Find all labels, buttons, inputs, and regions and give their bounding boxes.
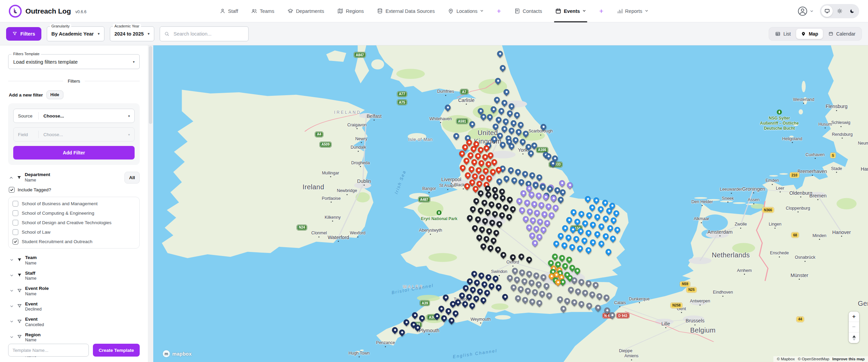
source-select[interactable]: Source Choose... ▾ bbox=[13, 109, 135, 123]
app-header: LL Outreach Log v0.6.6 StaffTeamsDepartm… bbox=[0, 0, 868, 22]
filter-staff[interactable]: StaffName bbox=[8, 269, 140, 283]
avatar-icon bbox=[797, 6, 808, 16]
select-all-button[interactable]: All bbox=[124, 172, 140, 184]
attribution-osm-link[interactable]: © OpenStreetMap bbox=[798, 357, 829, 361]
zoom-in-button[interactable]: + bbox=[849, 312, 859, 322]
add-filter-panel: Source Choose... ▾ Field Choose... ▾ Add… bbox=[8, 103, 140, 165]
header-right bbox=[747, 4, 859, 18]
nav-regions[interactable]: Regions bbox=[337, 0, 364, 22]
funnel-icon bbox=[17, 288, 22, 295]
map-pin-icon bbox=[801, 31, 806, 36]
user-menu[interactable] bbox=[797, 6, 814, 16]
hide-button[interactable]: Hide bbox=[46, 90, 63, 99]
nav-contacts[interactable]: Contacts bbox=[514, 0, 542, 22]
map-canvas[interactable]: m mapbox © Mapbox © OpenStreetMap Improv… bbox=[153, 45, 868, 362]
academic-year-select[interactable]: Academic Year 2024 to 2025 ▾ bbox=[110, 26, 154, 41]
add-filter-button[interactable]: Add Filter bbox=[13, 146, 135, 159]
source-value: Choose... bbox=[43, 113, 128, 119]
filter-field: Name bbox=[25, 292, 49, 297]
department-option[interactable]: School of Design and Creative Technologi… bbox=[13, 220, 135, 226]
nav-events[interactable]: Events bbox=[555, 0, 587, 22]
view-calendar[interactable]: Calendar bbox=[824, 29, 860, 39]
scrollbar-thumb[interactable] bbox=[149, 46, 152, 124]
field-label: Field bbox=[18, 132, 38, 137]
cal-icon bbox=[555, 8, 561, 14]
sidebar-scrollbar[interactable] bbox=[148, 45, 153, 362]
nav-staff[interactable]: Staff bbox=[219, 0, 238, 22]
nav-external-data-sources[interactable]: External Data Sources bbox=[377, 0, 435, 22]
nav-add-button-6[interactable]: + bbox=[497, 0, 501, 22]
table-icon bbox=[775, 31, 781, 37]
nav-locations[interactable]: Locations bbox=[448, 0, 484, 22]
moon-icon bbox=[849, 8, 855, 14]
filter-region[interactable]: RegionName bbox=[8, 331, 140, 345]
funnel-icon bbox=[12, 31, 17, 36]
zoom-out-button[interactable]: − bbox=[849, 322, 859, 333]
theme-system-button[interactable] bbox=[821, 5, 833, 17]
funnel-filled-icon bbox=[17, 273, 22, 279]
template-name-input[interactable] bbox=[8, 344, 89, 357]
academic-year-value: 2024 to 2025 bbox=[115, 31, 144, 37]
include-tagged-label: Include Tagged? bbox=[18, 187, 51, 192]
department-option[interactable]: School of Business and Management bbox=[13, 201, 135, 207]
mapbox-logo[interactable]: m mapbox bbox=[163, 350, 192, 357]
search-input[interactable] bbox=[173, 31, 244, 37]
nav-reports[interactable]: Reports bbox=[616, 0, 649, 22]
caret-down-icon: ▾ bbox=[133, 60, 135, 64]
monitor-icon bbox=[824, 8, 830, 14]
checkbox[interactable] bbox=[13, 229, 18, 235]
department-option[interactable]: Student Recruitment and Outreach bbox=[13, 239, 135, 244]
checkbox[interactable] bbox=[13, 210, 18, 216]
compass-button[interactable] bbox=[849, 333, 859, 343]
chevron-down-icon bbox=[9, 319, 14, 325]
include-tagged-row[interactable]: Include Tagged? bbox=[9, 187, 140, 193]
filter-department[interactable]: Department Name All bbox=[9, 172, 140, 184]
nav-add-button-9[interactable]: + bbox=[599, 0, 603, 22]
nav-label: Locations bbox=[456, 8, 477, 14]
option-label: School of Computing & Engineering bbox=[22, 211, 94, 216]
filter-team[interactable]: TeamName bbox=[8, 253, 140, 268]
people-icon bbox=[251, 8, 257, 14]
include-tagged-checkbox[interactable] bbox=[9, 187, 15, 193]
mapbox-wordmark: mapbox bbox=[172, 351, 192, 357]
db-icon bbox=[377, 8, 383, 14]
academic-year-label: Academic Year bbox=[113, 24, 141, 28]
filter-event[interactable]: EventDeclined bbox=[8, 300, 140, 314]
filters-template-select[interactable]: Filters Template Load existing filters t… bbox=[8, 54, 140, 69]
view-list[interactable]: List bbox=[770, 29, 795, 39]
option-label: School of Law bbox=[22, 230, 51, 235]
checkbox[interactable] bbox=[13, 239, 18, 244]
nav-label: Events bbox=[564, 8, 580, 14]
attribution-mapbox-link[interactable]: © Mapbox bbox=[777, 357, 795, 361]
improve-map-link[interactable]: Improve this map bbox=[832, 357, 865, 361]
filter-name: Region bbox=[25, 332, 41, 338]
app-version: v0.6.6 bbox=[75, 9, 86, 14]
checkbox[interactable] bbox=[13, 220, 18, 226]
field-select[interactable]: Field Choose... ▾ bbox=[13, 127, 135, 142]
granularity-value: By Academic Year bbox=[52, 31, 94, 37]
app-logo-icon: LL bbox=[9, 5, 22, 18]
view-map[interactable]: Map bbox=[796, 29, 823, 39]
theme-dark-button[interactable] bbox=[846, 5, 858, 17]
department-option[interactable]: School of Computing & Engineering bbox=[13, 210, 135, 216]
filter-event[interactable]: EventCancelled bbox=[8, 315, 140, 329]
theme-light-button[interactable] bbox=[834, 5, 845, 17]
nav-teams[interactable]: Teams bbox=[251, 0, 274, 22]
nav-departments[interactable]: Departments bbox=[287, 0, 324, 22]
filters-section-title: Filters bbox=[68, 79, 80, 84]
chevron-up-icon bbox=[9, 175, 14, 180]
mapbox-icon: m bbox=[163, 350, 170, 357]
caret-down-icon: ▾ bbox=[148, 32, 150, 36]
sun-icon bbox=[837, 8, 843, 14]
nav-label: Departments bbox=[296, 8, 324, 14]
option-label: Student Recruitment and Outreach bbox=[22, 239, 93, 244]
filters-button[interactable]: Filters bbox=[6, 27, 41, 41]
school-icon bbox=[287, 8, 294, 14]
granularity-select[interactable]: Granularity By Academic Year ▾ bbox=[47, 26, 104, 41]
funnel-icon bbox=[17, 334, 22, 341]
filter-event-role[interactable]: Event RoleName bbox=[8, 284, 140, 299]
brand[interactable]: LL Outreach Log v0.6.6 bbox=[9, 5, 121, 18]
create-template-button[interactable]: Create Template bbox=[93, 344, 140, 357]
checkbox[interactable] bbox=[13, 201, 18, 207]
department-option[interactable]: School of Law bbox=[13, 229, 135, 235]
